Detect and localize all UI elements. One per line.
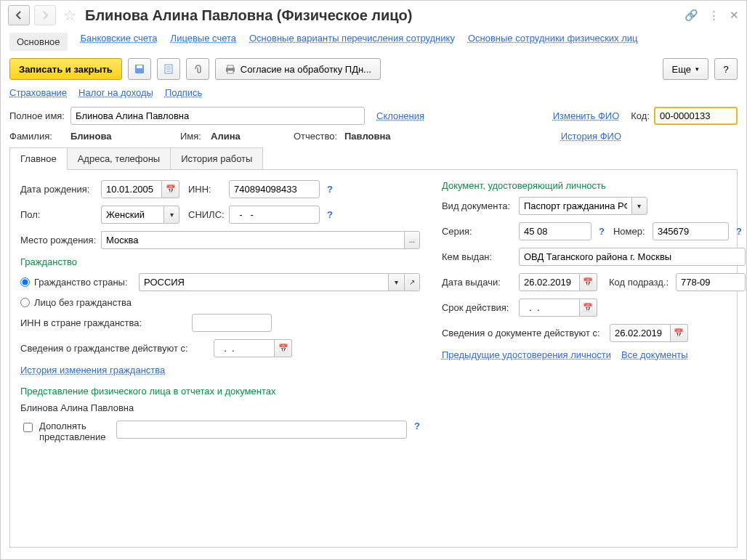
dept-code-label: Код подразд.: <box>609 277 671 288</box>
document-icon <box>163 63 174 75</box>
forward-button[interactable] <box>34 5 56 25</box>
link-icon[interactable]: 🔗 <box>685 9 698 22</box>
patronymic-value: Павловна <box>344 131 391 142</box>
citizenship-title: Гражданство <box>20 256 420 267</box>
code-label: Код: <box>631 110 650 121</box>
surname-label: Фамилия: <box>9 131 66 142</box>
save-close-button[interactable]: Записать и закрыть <box>9 58 122 80</box>
all-docs-link[interactable]: Все документы <box>621 349 688 360</box>
gender-input[interactable] <box>101 206 163 224</box>
more-button[interactable]: Еще ▾ <box>663 58 708 80</box>
birthplace-input[interactable] <box>101 231 404 249</box>
valid-until-calendar-button[interactable]: 📅 <box>580 299 597 317</box>
consent-button[interactable]: Согласие на обработку ПДн... <box>215 58 381 80</box>
doc-type-input[interactable] <box>519 197 631 215</box>
valid-until-label: Срок действия: <box>442 302 514 313</box>
subnav-personal-acc[interactable]: Лицевые счета <box>171 33 236 51</box>
doc-from-label: Сведения о документе действуют с: <box>442 328 605 338</box>
help-button[interactable]: ? <box>714 58 738 80</box>
tab-history[interactable]: История работы <box>170 147 263 169</box>
back-button[interactable] <box>8 5 30 25</box>
save-icon <box>134 63 145 75</box>
doc-button[interactable] <box>157 58 180 80</box>
gender-label: Пол: <box>20 209 97 220</box>
issued-by-input[interactable] <box>519 248 746 266</box>
series-input[interactable] <box>519 222 591 240</box>
favorite-icon[interactable]: ☆ <box>63 7 76 24</box>
number-label: Номер: <box>613 226 648 237</box>
doc-from-input[interactable] <box>610 324 671 342</box>
supplement-label: Дополнять представление <box>39 421 112 442</box>
subnav-transfer[interactable]: Основные варианты перечисления сотрудник… <box>249 33 455 51</box>
supplement-help[interactable]: ? <box>414 421 420 431</box>
inn-label: ИНН: <box>188 184 225 195</box>
dept-code-input[interactable] <box>676 273 746 291</box>
snils-help[interactable]: ? <box>327 209 333 220</box>
link-signature[interactable]: Подпись <box>165 87 202 98</box>
gender-dropdown-button[interactable]: ▾ <box>163 206 179 224</box>
history-fio-link[interactable]: История ФИО <box>561 131 621 142</box>
subnav-main[interactable]: Основное <box>9 33 68 51</box>
snils-label: СНИЛС: <box>188 209 225 220</box>
stateless-label: Лицо без гражданства <box>34 297 132 308</box>
subnav-employees[interactable]: Основные сотрудники физических лиц <box>468 33 638 51</box>
issue-date-input[interactable] <box>519 273 580 291</box>
supplement-input[interactable] <box>116 421 407 439</box>
change-fio-link[interactable]: Изменить ФИО <box>553 110 620 121</box>
valid-until-input[interactable] <box>519 299 580 317</box>
attach-button[interactable] <box>186 58 209 80</box>
svg-rect-7 <box>227 65 233 68</box>
birthplace-label: Место рождения: <box>20 235 97 245</box>
citizenship-from-calendar-button[interactable]: 📅 <box>275 339 292 357</box>
citizenship-country-input[interactable] <box>139 273 388 291</box>
number-help[interactable]: ? <box>736 226 742 237</box>
fullname-label: Полное имя: <box>9 110 66 121</box>
fullname-input[interactable] <box>70 107 365 125</box>
birth-calendar-button[interactable]: 📅 <box>162 180 179 198</box>
issued-by-label: Кем выдан: <box>442 251 514 262</box>
declensions-link[interactable]: Склонения <box>376 110 424 121</box>
svg-rect-1 <box>137 65 142 68</box>
svg-rect-8 <box>227 70 233 73</box>
window-title: Блинова Алина Павловна (Физическое лицо) <box>85 7 680 24</box>
doc-type-dropdown-button[interactable]: ▾ <box>631 197 647 215</box>
close-icon[interactable]: ✕ <box>730 9 739 22</box>
issue-date-calendar-button[interactable]: 📅 <box>580 273 597 291</box>
snils-input[interactable] <box>229 206 320 224</box>
prev-docs-link[interactable]: Предыдущие удостоверения личности <box>442 349 611 360</box>
citizenship-country-radio[interactable] <box>20 277 30 287</box>
birth-input[interactable] <box>101 180 162 198</box>
print-icon <box>225 63 236 75</box>
inn-help[interactable]: ? <box>327 184 333 195</box>
citizenship-from-input[interactable] <box>214 339 275 357</box>
link-insurance[interactable]: Страхование <box>9 87 67 98</box>
citizenship-country-label: Гражданство страны: <box>34 277 134 288</box>
link-tax[interactable]: Налог на доходы <box>78 87 153 98</box>
code-input[interactable] <box>654 107 738 125</box>
series-label: Серия: <box>442 226 514 237</box>
name-label: Имя: <box>180 131 206 142</box>
stateless-radio[interactable] <box>20 298 30 307</box>
repr-value: Блинова Алина Павловна <box>20 402 420 413</box>
series-help[interactable]: ? <box>599 226 605 237</box>
supplement-checkbox[interactable] <box>23 423 33 432</box>
birthplace-select-button[interactable]: ... <box>404 231 420 249</box>
citizenship-dropdown-button[interactable]: ▾ <box>388 273 404 291</box>
tab-main[interactable]: Главное <box>9 147 68 170</box>
citizenship-open-button[interactable]: ↗ <box>404 273 420 291</box>
tab-addresses[interactable]: Адреса, телефоны <box>67 147 171 169</box>
subnav-bank[interactable]: Банковские счета <box>81 33 158 51</box>
more-icon[interactable]: ⋮ <box>708 9 719 22</box>
doc-type-label: Вид документа: <box>442 200 514 211</box>
attachment-icon <box>192 63 203 75</box>
repr-title: Представление физического лица в отчетах… <box>20 386 420 397</box>
inn-input[interactable] <box>229 180 320 198</box>
doc-from-calendar-button[interactable]: 📅 <box>671 324 688 342</box>
citizenship-from-label: Сведения о гражданстве действуют с: <box>20 343 209 354</box>
number-input[interactable] <box>653 222 729 240</box>
patronymic-label: Отчество: <box>294 131 340 142</box>
foreign-inn-input[interactable] <box>192 314 272 332</box>
save-button[interactable] <box>128 58 151 80</box>
citizenship-history-link[interactable]: История изменения гражданства <box>20 365 165 376</box>
issue-date-label: Дата выдачи: <box>442 277 514 288</box>
